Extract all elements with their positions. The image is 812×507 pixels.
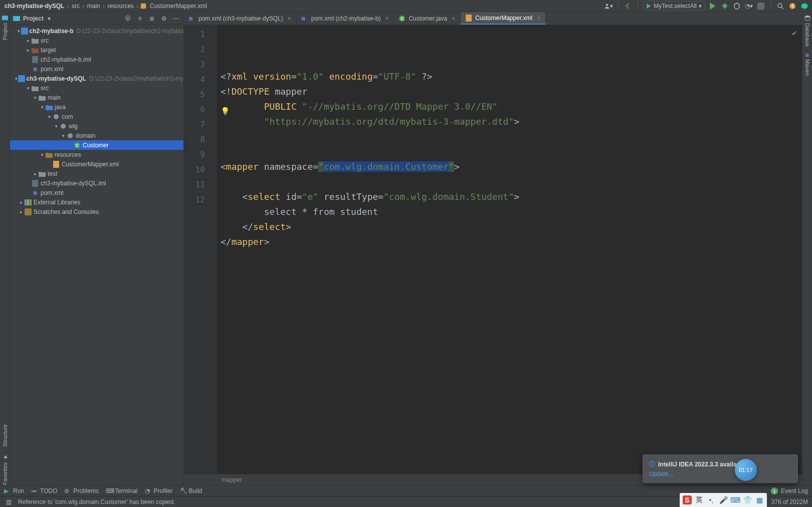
mic-icon[interactable]: 🎤 [719,495,728,504]
breadcrumb-item[interactable]: resources [106,3,135,10]
tree-node[interactable]: ▾ch2-mybatise-bD:\22-23-2\class2\mybatis… [10,26,183,36]
ide-update-icon[interactable] [788,2,797,11]
tree-node[interactable]: ch3-mybatise-dySQL.iml [10,178,183,188]
close-tab-icon[interactable]: × [452,15,455,22]
tree-node[interactable]: ▾java [10,102,183,112]
code-line[interactable]: "https://mybatis.org/dtd/mybatis-3-mappe… [221,114,802,129]
tree-arrow-icon[interactable] [25,57,31,62]
tree-arrow-icon[interactable]: ▾ [39,105,45,110]
editor-tab[interactable]: mpom.xml (ch2-mybatise-b)× [297,12,394,25]
tree-node[interactable]: ▾resources [10,150,183,159]
tree-node[interactable]: ▸src [10,36,183,45]
sogou-ime-icon[interactable]: S [683,495,692,504]
toolbox-tray-icon[interactable]: ▦ [755,495,764,504]
maven-tool-button[interactable]: m Maven [804,54,810,76]
user-icon[interactable]: ▾ [604,2,613,11]
update-link[interactable]: Update... [649,470,791,477]
collapse-all-icon[interactable]: ≣ [147,14,156,23]
breadcrumb-item[interactable]: CustomerMapper.xml [148,3,209,10]
tree-arrow-icon[interactable]: ▾ [53,124,59,129]
breadcrumb-item[interactable]: main [86,3,102,10]
editor-tab[interactable]: mpom.xml (ch3-mybatise-dySQL)× [184,12,297,25]
intention-bulb-icon[interactable]: 💡 [221,107,230,116]
inspection-ok-icon[interactable]: ✔ [792,28,797,38]
tree-node[interactable]: ▸test [10,169,183,178]
debug-button-icon[interactable] [720,2,729,11]
stop-button-icon[interactable] [756,2,765,11]
search-icon[interactable] [776,2,785,11]
tree-arrow-icon[interactable]: ▾ [25,86,31,91]
code-line[interactable]: <select id="e" resultType="com.wlg.domai… [221,189,802,204]
coverage-icon[interactable] [732,2,741,11]
tree-node[interactable]: ▾src [10,83,183,93]
code-line[interactable]: </select> [221,219,802,234]
tree-node[interactable]: ▾wlg [10,121,183,131]
line-number[interactable]: 11 [184,177,216,192]
close-tab-icon[interactable]: × [385,15,388,22]
breadcrumb-item[interactable]: src [70,3,81,10]
tree-node[interactable]: ▾domain [10,131,183,140]
tree-arrow-icon[interactable]: ▸ [25,38,31,43]
tree-arrow-icon[interactable] [25,67,31,72]
tree-arrow-icon[interactable] [67,143,73,148]
tree-node[interactable]: mpom.xml [10,64,183,74]
tool-windows-icon[interactable]: ▥ [4,497,13,506]
toolbox-icon[interactable] [800,2,809,11]
tree-node[interactable]: mpom.xml [10,188,183,197]
line-number[interactable]: 4 [184,72,216,87]
tree-arrow-icon[interactable]: ▾ [32,95,38,100]
run-tool-button[interactable]: ▶Run [4,487,24,494]
tree-arrow-icon[interactable]: ▾ [39,152,45,157]
editor-tab[interactable]: CustomerMapper.xml× [461,12,546,25]
tree-arrow-icon[interactable]: ▾ [46,114,52,119]
keyboard-icon[interactable]: ⌨ [731,495,740,504]
problems-tool-button[interactable]: ⊘Problems [64,487,99,494]
tree-node[interactable]: ▾com [10,112,183,121]
line-number[interactable]: 12 [184,192,216,207]
hide-icon[interactable]: — [171,14,180,23]
terminal-tool-button[interactable]: ⌨Terminal [106,487,137,494]
build-tool-button[interactable]: 🔨Build [180,487,202,494]
notification-popup[interactable]: ⓘ IntelliJ IDEA 2022.3.3 availa Update..… [643,454,798,483]
tree-node[interactable]: CCustomer [10,140,183,150]
skin-icon[interactable]: 👕 [743,495,752,504]
tree-arrow-icon[interactable]: ▾ [17,29,21,34]
code-line[interactable]: </mapper> [221,234,802,249]
event-log-button[interactable]: Event Log [781,487,808,494]
tree-arrow-icon[interactable]: ▸ [25,48,31,53]
tree-node[interactable]: ▸External Libraries [10,197,183,207]
locate-icon[interactable]: ⦿ [123,14,132,23]
line-number[interactable]: 5 [184,87,216,102]
expand-all-icon[interactable]: ≡ [135,14,144,23]
project-tree[interactable]: ▾ch2-mybatise-bD:\22-23-2\class2\mybatis… [10,25,183,485]
chevron-down-icon[interactable]: ▾ [48,15,51,22]
ime-punct-icon[interactable]: •, [707,495,716,504]
project-tool-button[interactable]: Project [2,15,8,40]
tree-arrow-icon[interactable]: ▸ [18,209,24,214]
code-line[interactable] [221,129,802,144]
code-line[interactable]: <!DOCTYPE mapper [221,84,802,99]
run-configuration-selector[interactable]: MyTest.selectAll ▾ [643,1,705,11]
editor-gutter[interactable]: 123456789101112 [184,25,217,474]
line-number[interactable]: 6 [184,102,216,117]
tree-arrow-icon[interactable]: ▸ [18,200,24,205]
line-number[interactable]: 10 [184,162,216,177]
code-line[interactable]: <?xml version="1.0" encoding="UTF-8" ?> [221,69,802,84]
ime-lang-icon[interactable]: 英 [695,495,704,504]
line-number[interactable]: 3 [184,57,216,72]
code-line[interactable] [221,174,802,189]
tree-arrow-icon[interactable] [25,181,31,186]
memory-indicator[interactable]: 376 of 2022M [771,498,808,505]
todo-tool-button[interactable]: ≔TODO [31,487,57,494]
code-editor[interactable]: 💡 ✔ <?xml version="1.0" encoding="UTF-8"… [217,25,802,474]
code-line[interactable]: PUBLIC "-//mybatis.org//DTD Mapper 3.0//… [221,99,802,114]
line-number[interactable]: 8 [184,132,216,147]
database-tool-button[interactable]: Database [804,15,810,47]
line-number[interactable]: 9 [184,147,216,162]
editor-tab[interactable]: CCustomer.java× [394,12,461,25]
tree-node[interactable]: ▸target [10,45,183,55]
clock-overlay-widget[interactable]: 01:17 [735,459,757,481]
gear-icon[interactable]: ⚙ [159,14,168,23]
tree-node[interactable]: ▸Scratches and Consoles [10,207,183,216]
line-number[interactable]: 7 [184,117,216,132]
